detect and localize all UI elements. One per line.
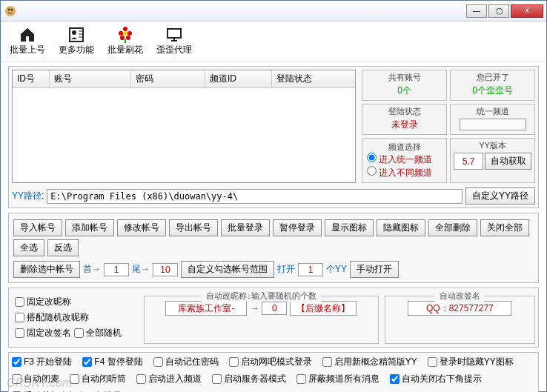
arrow-icon: → [250, 303, 259, 313]
svg-point-11 [119, 31, 123, 36]
cb-F4 暂停登陆[interactable]: F4 暂停登陆 [82, 356, 142, 368]
yy-path-input[interactable] [47, 189, 463, 204]
rename-right-legend: 自动改签名 [435, 290, 485, 302]
cb-F3 开始登陆[interactable]: F3 开始登陆 [12, 356, 72, 368]
version-input[interactable] [454, 153, 483, 170]
cb-启用新概念精简版YY[interactable]: 启用新概念精简版YY [322, 356, 417, 368]
custom-range-button[interactable]: 自定义勾选帐号范围 [181, 261, 274, 278]
minimize-button[interactable]: — [466, 4, 487, 18]
tool-flower[interactable]: 批量刷花 [107, 26, 143, 56]
account-table[interactable]: ID号 账号 密码 频道ID 登陆状态 [12, 70, 356, 183]
cb-启动网吧模式登录[interactable]: 启动网吧模式登录 [229, 356, 312, 368]
close-button[interactable]: X [511, 4, 543, 18]
tool-label: 更多功能 [59, 44, 94, 56]
svg-rect-15 [168, 29, 181, 38]
tool-label: 歪歪代理 [156, 44, 192, 56]
table-body[interactable] [13, 88, 355, 162]
delete-selected-button[interactable]: 删除选中帐号 [13, 261, 80, 278]
svg-point-2 [11, 8, 13, 10]
stat-total: 共有账号 0个 [362, 70, 447, 101]
path-label: YY路径: [12, 190, 44, 202]
cb-屏蔽频道所有消息[interactable]: 屏蔽频道所有消息 [296, 373, 379, 385]
main-toolbar: 批量上号 更多功能 批量刷花 歪歪代理 [1, 21, 546, 62]
unified-channel-input[interactable] [460, 119, 526, 130]
stat-login: 登陆状态 未登录 [362, 104, 447, 135]
tool-more[interactable]: 更多功能 [59, 26, 94, 56]
btn-批量登录[interactable]: 批量登录 [221, 219, 270, 236]
svg-point-13 [120, 36, 125, 40]
cb-fix-sign[interactable]: 固定改签名 [15, 327, 71, 339]
radio-same-channel[interactable]: 进入统一频道 [367, 153, 442, 166]
col-channel[interactable]: 频道ID [205, 70, 272, 87]
channel-select-group: 频道选择 进入统一频道 进入不同频道 [362, 138, 447, 183]
options-row-1: F3 开始登陆F4 暂停登陆自动记住密码启动网吧模式登录启用新概念精简版YY登录… [12, 356, 535, 368]
signature-input[interactable] [408, 301, 511, 316]
manual-open-button[interactable]: 手动打开 [350, 261, 399, 278]
app-icon [4, 4, 17, 18]
btn-显示图标[interactable]: 显示图标 [325, 219, 374, 236]
svg-point-1 [8, 8, 10, 10]
tool-label: 批量上号 [10, 44, 45, 56]
first-input[interactable] [104, 263, 129, 276]
btn-暂停登录[interactable]: 暂停登录 [273, 219, 322, 236]
cb-启动进入频道[interactable]: 启动进入频道 [136, 373, 202, 385]
suffix-input[interactable] [290, 301, 357, 316]
btn-添加帐号[interactable]: 添加帐号 [65, 219, 114, 236]
last-link[interactable]: 尾→ [132, 263, 150, 276]
first-link[interactable]: 首→ [83, 263, 101, 276]
custom-path-button[interactable]: 自定义YY路径 [465, 187, 535, 205]
prefix-input[interactable] [165, 301, 247, 316]
rename-mid-legend: 自动改昵称↓输入要随机的个数 [202, 290, 321, 302]
stat-opened: 您已开了 0个歪歪号 [450, 70, 535, 101]
options-row-2: 自动闭麦自动闭听筒启动进入频道启动服务器模式屏蔽频道所有消息自动关闭右下角提示 [12, 373, 535, 385]
cb-启动服务器模式[interactable]: 启动服务器模式 [212, 373, 286, 385]
svg-point-0 [5, 6, 16, 16]
btn-反选[interactable]: 反选 [47, 239, 79, 256]
tool-batch-login[interactable]: 批量上号 [10, 26, 45, 56]
btn-关闭全部[interactable]: 关闭全部 [480, 219, 529, 236]
cb-自动闭听筒[interactable]: 自动闭听筒 [70, 373, 126, 385]
home-icon [17, 26, 38, 44]
user-icon [66, 26, 87, 44]
version-group: YY版本 自动获取 [450, 138, 535, 183]
svg-rect-3 [70, 28, 83, 41]
btn-导入帐号[interactable]: 导入帐号 [13, 219, 62, 236]
cb-自动记住密码[interactable]: 自动记住密码 [153, 356, 219, 368]
open-link[interactable]: 打开 [277, 263, 295, 276]
titlebar: — ▢ X [1, 1, 546, 21]
svg-point-10 [127, 31, 132, 36]
flower-icon [115, 26, 136, 44]
col-status[interactable]: 登陆状态 [272, 70, 355, 87]
cb-fix-nick[interactable]: 固定改昵称 [15, 296, 71, 308]
tool-proxy[interactable]: 歪歪代理 [156, 26, 192, 56]
btn-导出帐号[interactable]: 导出帐号 [169, 219, 218, 236]
maximize-button[interactable]: ▢ [488, 4, 509, 18]
stat-channel: 统一频道 [450, 104, 535, 135]
auto-get-version-button[interactable]: 自动获取 [485, 153, 531, 170]
btn-全部删除[interactable]: 全部删除 [428, 219, 477, 236]
svg-point-4 [72, 30, 76, 35]
cb-match-rand[interactable]: 搭配随机改昵称 [15, 311, 89, 324]
yy-unit: 个YY [326, 263, 347, 276]
col-account[interactable]: 账号 [50, 70, 131, 87]
monitor-icon [164, 26, 185, 44]
svg-point-12 [126, 36, 130, 40]
btn-全选[interactable]: 全选 [13, 239, 44, 256]
cb-all-rand[interactable]: 全部随机 [74, 327, 122, 339]
btn-修改帐号[interactable]: 修改帐号 [117, 219, 166, 236]
rand-count-input[interactable] [262, 302, 287, 315]
radio-diff-channel[interactable]: 进入不同频道 [367, 166, 442, 179]
action-button-row: 导入帐号添加帐号修改帐号导出帐号批量登录暂停登录显示图标隐藏图标全部删除关闭全部… [12, 216, 535, 259]
tool-label: 批量刷花 [107, 44, 143, 56]
btn-隐藏图标[interactable]: 隐藏图标 [377, 219, 425, 236]
cb-登录时隐藏YY图标[interactable]: 登录时隐藏YY图标 [428, 356, 514, 368]
open-count-input[interactable] [298, 263, 323, 276]
svg-rect-14 [125, 39, 126, 43]
svg-point-9 [123, 27, 127, 31]
last-input[interactable] [153, 263, 178, 276]
col-password[interactable]: 密码 [131, 70, 205, 87]
svg-point-8 [123, 31, 127, 36]
watermark: CRSKY.com [7, 376, 72, 390]
col-id[interactable]: ID号 [13, 70, 50, 87]
cb-自动关闭右下角提示[interactable]: 自动关闭右下角提示 [390, 373, 482, 385]
